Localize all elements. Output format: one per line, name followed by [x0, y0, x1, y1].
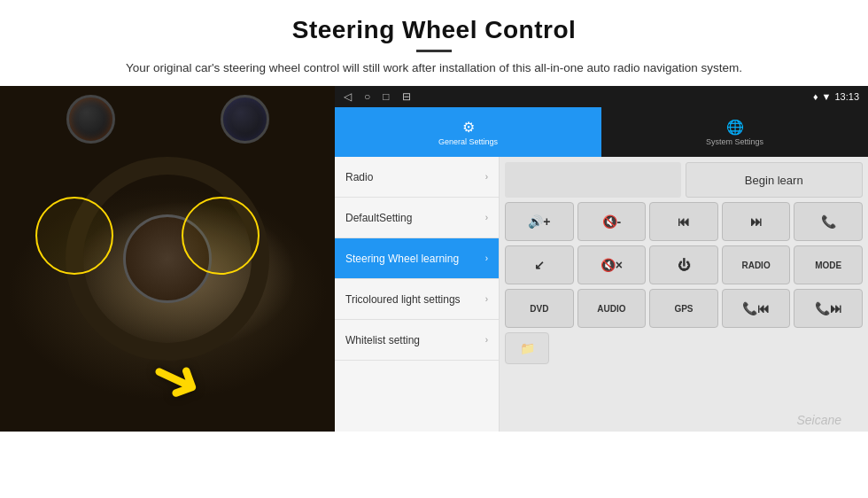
tab-system-label: System Settings: [706, 137, 763, 146]
gps-button[interactable]: GPS: [649, 289, 718, 328]
audio-label: AUDIO: [597, 304, 625, 314]
mode-label: MODE: [815, 261, 841, 270]
chevron-tricoloured-icon: ›: [485, 294, 488, 304]
begin-learn-button[interactable]: Begin learn: [686, 162, 864, 198]
watermark: Seicane: [796, 413, 841, 427]
vol-down-button[interactable]: 🔇-: [577, 202, 647, 241]
audio-button[interactable]: AUDIO: [577, 289, 647, 328]
control-row-4: 📁: [505, 332, 863, 364]
tab-system[interactable]: 🌐 System Settings: [601, 107, 868, 157]
menu-tricoloured-label: Tricoloured light settings: [345, 293, 485, 306]
vol-up-icon: 🔊+: [528, 214, 550, 229]
menu-item-tricoloured[interactable]: Tricoloured light settings ›: [335, 279, 499, 320]
phone-icon: 📞: [821, 214, 836, 229]
hang-up-icon: ↙: [534, 258, 545, 272]
chevron-whitelist-icon: ›: [485, 335, 488, 345]
dashboard-top: [0, 90, 335, 148]
main-content: ➜ ◁ ○ □ ⊟ ♦ ▼ 13:13 ⚙ General Settings: [0, 86, 868, 432]
tel-next-button[interactable]: 📞⏭: [794, 289, 863, 328]
tab-general-label: General Settings: [438, 137, 498, 146]
menu-item-radio[interactable]: Radio ›: [335, 157, 499, 198]
page-title: Steering Wheel Control: [53, 16, 815, 44]
begin-learn-row: Begin learn: [505, 162, 863, 198]
highlight-circle-left: [35, 197, 113, 275]
hang-up-button[interactable]: ↙: [505, 245, 574, 284]
chevron-steering-icon: ›: [485, 253, 488, 263]
status-right: ♦ ▼ 13:13: [813, 91, 859, 102]
car-photo: ➜: [0, 86, 335, 432]
vol-down-icon: 🔇-: [602, 214, 622, 229]
content-area: Radio › DefaultSetting › Steering Wheel …: [335, 157, 868, 432]
right-panel: Begin learn 🔊+ 🔇- ⏮ ⏭: [500, 157, 868, 432]
back-icon: ◁: [344, 90, 352, 103]
dvd-label: DVD: [530, 304, 548, 314]
recents-icon: □: [383, 90, 389, 103]
status-nav-icons: ◁ ○ □ ⊟: [344, 90, 411, 103]
menu-item-steering[interactable]: Steering Wheel learning ›: [335, 238, 499, 279]
gauge-right: [221, 95, 269, 144]
system-settings-icon: 🌐: [726, 119, 744, 136]
control-row-1: 🔊+ 🔇- ⏮ ⏭ 📞: [505, 202, 863, 241]
menu-item-default[interactable]: DefaultSetting ›: [335, 198, 499, 238]
clock: 13:13: [834, 91, 859, 102]
mute-button[interactable]: 🔇×: [577, 245, 647, 284]
left-menu: Radio › DefaultSetting › Steering Wheel …: [335, 157, 500, 432]
tab-bar: ⚙ General Settings 🌐 System Settings: [335, 107, 868, 157]
radio-button[interactable]: RADIO: [722, 245, 791, 284]
power-icon: ⏻: [678, 258, 690, 272]
tel-prev-button[interactable]: 📞⏮: [722, 289, 791, 328]
header-description: Your original car's steering wheel contr…: [53, 59, 815, 77]
gps-status-icon: ♦: [813, 91, 818, 102]
dvd-button[interactable]: DVD: [505, 289, 574, 328]
signal-icon: ▼: [822, 91, 832, 102]
android-ui: ◁ ○ □ ⊟ ♦ ▼ 13:13 ⚙ General Settings 🌐 S…: [335, 86, 868, 432]
mute-icon: 🔇×: [601, 258, 623, 272]
menu-whitelist-label: Whitelist setting: [345, 334, 485, 346]
prev-track-icon: ⏮: [678, 214, 690, 229]
file-button[interactable]: 📁: [505, 332, 549, 364]
empty-cell-1: [505, 162, 681, 198]
vol-up-button[interactable]: 🔊+: [505, 202, 574, 241]
gps-label: GPS: [674, 304, 693, 314]
title-divider: [416, 50, 452, 52]
prev-track-button[interactable]: ⏮: [649, 202, 718, 241]
page-header: Steering Wheel Control Your original car…: [0, 0, 868, 86]
highlight-circle-right: [182, 197, 260, 275]
home-icon: ○: [364, 90, 370, 103]
control-row-3: DVD AUDIO GPS 📞⏮ 📞⏭: [505, 289, 863, 328]
chevron-default-icon: ›: [485, 213, 488, 222]
tel-prev-icon: 📞⏮: [742, 301, 770, 315]
menu-radio-label: Radio: [345, 171, 485, 183]
status-bar: ◁ ○ □ ⊟ ♦ ▼ 13:13: [335, 86, 868, 107]
menu-steering-label: Steering Wheel learning: [345, 253, 485, 265]
general-settings-icon: ⚙: [462, 119, 475, 136]
tab-general[interactable]: ⚙ General Settings: [335, 107, 601, 157]
file-icon: 📁: [520, 341, 535, 355]
tel-next-icon: 📞⏭: [815, 301, 842, 315]
chevron-radio-icon: ›: [485, 172, 488, 182]
phone-answer-button[interactable]: 📞: [794, 202, 863, 241]
radio-label: RADIO: [741, 261, 770, 270]
gauge-left: [66, 95, 115, 144]
car-image-section: ➜: [0, 86, 335, 432]
control-row-2: ↙ 🔇× ⏻ RADIO MODE: [505, 245, 863, 284]
mode-button[interactable]: MODE: [794, 245, 863, 284]
menu-icon: ⊟: [402, 90, 411, 103]
menu-item-whitelist[interactable]: Whitelist setting ›: [335, 320, 499, 361]
menu-default-label: DefaultSetting: [345, 212, 485, 224]
power-button[interactable]: ⏻: [649, 245, 718, 284]
next-track-button[interactable]: ⏭: [722, 202, 791, 241]
next-track-icon: ⏭: [750, 214, 763, 229]
